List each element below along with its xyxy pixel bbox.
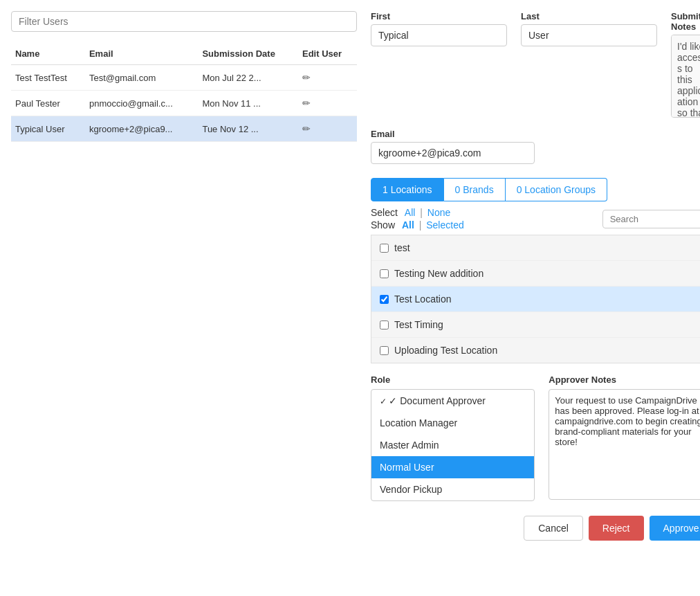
table-row[interactable]: Paul Tester pnmoccio@gmail.c... Mon Nov …	[11, 91, 357, 116]
user-table: Name Email Submission Date Edit User Tes…	[11, 43, 357, 142]
edit-icon[interactable]: ✏	[302, 123, 311, 134]
col-header-name: Name	[11, 43, 85, 65]
reject-button[interactable]: Reject	[589, 516, 644, 541]
approver-notes-label: Approver Notes	[549, 374, 700, 385]
location-label: test	[394, 242, 410, 253]
role-item[interactable]: ✓ Document Approver	[371, 390, 534, 412]
table-row[interactable]: Typical User kgroome+2@pica9... Tue Nov …	[11, 116, 357, 142]
submitter-notes-label: Submitter Notes	[671, 11, 700, 32]
list-item[interactable]: test	[371, 235, 700, 261]
col-header-email: Email	[85, 43, 198, 65]
first-label: First	[371, 11, 507, 21]
show-selected-link[interactable]: Selected	[426, 219, 463, 231]
last-label: Last	[521, 11, 657, 21]
last-input[interactable]	[521, 24, 657, 46]
email-field-group: Email	[371, 129, 535, 164]
email-input[interactable]	[371, 142, 535, 164]
role-item[interactable]: Location Manager	[371, 412, 534, 434]
tab-controls-left: Select All | None Show All | Selected	[371, 207, 464, 231]
select-none-link[interactable]: None	[427, 207, 450, 218]
left-panel: Name Email Submission Date Edit User Tes…	[11, 11, 357, 585]
right-panel: First Last Submitter Notes Email 1 Loca	[371, 11, 700, 585]
filter-users-input[interactable]	[11, 11, 357, 32]
last-field-group: Last	[521, 11, 657, 118]
select-label: Select	[371, 207, 398, 218]
edit-icon[interactable]: ✏	[302, 98, 311, 109]
table-row[interactable]: Test TestTest Test@gmail.com Mon Jul 22 …	[11, 65, 357, 91]
tab-buttons: 1 Locations0 Brands0 Location Groups	[371, 178, 700, 201]
tab-0[interactable]: 1 Locations	[371, 178, 444, 201]
cell-name: Paul Tester	[11, 91, 85, 116]
role-label: Role	[371, 374, 535, 385]
first-field-group: First	[371, 11, 507, 118]
list-item[interactable]: Testing New addition	[371, 261, 700, 287]
email-label: Email	[371, 129, 535, 139]
location-label: Test Timing	[394, 319, 443, 330]
submitter-notes-textarea[interactable]	[671, 35, 700, 118]
cell-name: Test TestTest	[11, 65, 85, 91]
role-section: Role ✓ Document Approver Location Manage…	[371, 374, 535, 502]
cell-date: Mon Nov 11 ...	[198, 91, 298, 116]
location-checkbox[interactable]	[380, 244, 389, 253]
role-dropdown: ✓ Document Approver Location Manager Mas…	[371, 389, 535, 501]
approver-notes-section: Approver Notes	[549, 374, 700, 502]
cell-email: pnmoccio@gmail.c...	[85, 91, 198, 116]
tab-2[interactable]: 0 Location Groups	[506, 178, 607, 201]
role-item[interactable]: Normal User	[371, 456, 534, 478]
cell-date: Mon Jul 22 2...	[198, 65, 298, 91]
cell-name: Typical User	[11, 116, 85, 142]
location-label: Test Location	[394, 294, 452, 305]
show-all-link[interactable]: All	[402, 219, 414, 231]
col-header-date: Submission Date	[198, 43, 298, 65]
cell-edit[interactable]: ✏	[298, 91, 357, 116]
first-input[interactable]	[371, 24, 507, 46]
bottom-row: Role ✓ Document Approver Location Manage…	[371, 374, 700, 502]
location-search-input[interactable]	[602, 210, 700, 228]
tab-controls: Select All | None Show All | Selected	[371, 207, 700, 231]
tab-section: 1 Locations0 Brands0 Location Groups Sel…	[371, 178, 700, 363]
location-checkbox[interactable]	[380, 269, 389, 278]
show-row: Show All | Selected	[371, 219, 464, 231]
footer-buttons: Cancel Reject Approve	[371, 516, 700, 541]
select-all-link[interactable]: All	[405, 207, 416, 218]
role-item[interactable]: Vendor Pickup	[371, 478, 534, 500]
location-checkbox[interactable]	[380, 295, 389, 304]
location-checkbox[interactable]	[380, 346, 389, 355]
edit-icon[interactable]: ✏	[302, 72, 311, 83]
location-label: Uploading Test Location	[394, 345, 497, 356]
list-item[interactable]: Uploading Test Location	[371, 338, 700, 363]
list-item[interactable]: Test Location	[371, 287, 700, 312]
role-item[interactable]: Master Admin	[371, 434, 534, 456]
cell-email: Test@gmail.com	[85, 65, 198, 91]
show-label: Show	[371, 219, 395, 231]
cell-email: kgroome+2@pica9...	[85, 116, 198, 142]
list-item[interactable]: Test Timing	[371, 312, 700, 338]
col-header-edit: Edit User	[298, 43, 357, 65]
approve-button[interactable]: Approve	[650, 516, 700, 541]
approver-notes-textarea[interactable]	[549, 389, 700, 500]
select-row: Select All | None	[371, 207, 464, 218]
submitter-notes-group: Submitter Notes	[671, 11, 700, 118]
cancel-button[interactable]: Cancel	[524, 516, 583, 541]
location-list: testTesting New additionTest LocationTes…	[371, 235, 700, 363]
cell-edit[interactable]: ✏	[298, 65, 357, 91]
cell-edit[interactable]: ✏	[298, 116, 357, 142]
tab-1[interactable]: 0 Brands	[444, 178, 506, 201]
location-checkbox[interactable]	[380, 320, 389, 329]
location-label: Testing New addition	[394, 268, 483, 279]
cell-date: Tue Nov 12 ...	[198, 116, 298, 142]
